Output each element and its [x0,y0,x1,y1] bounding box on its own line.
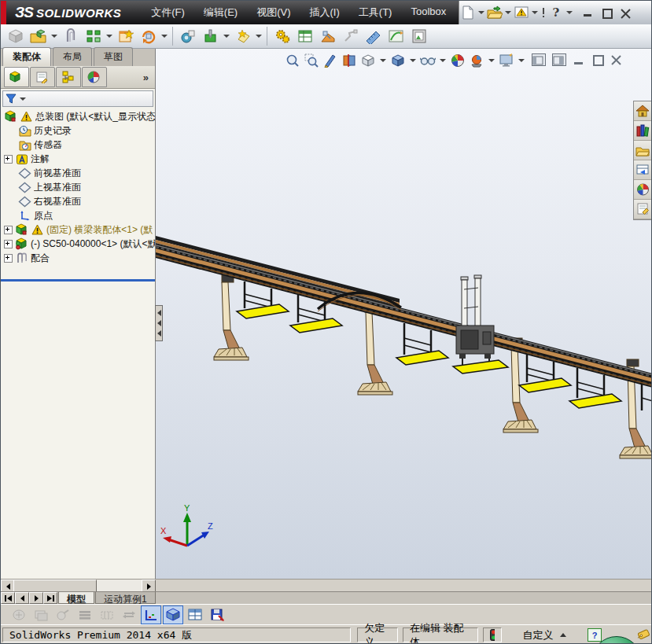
exploded-view-icon[interactable] [316,25,339,48]
apply-scene-dropdown[interactable] [488,59,495,62]
tree-item-front-plane[interactable]: 前视基准面 [1,166,155,180]
doc-restore-button[interactable] [591,54,604,65]
expand-icon[interactable] [4,155,13,164]
expand-icon[interactable] [4,226,13,234]
expand-icon[interactable] [4,240,13,248]
reference-geometry-dropdown[interactable] [256,35,262,38]
help-dropdown[interactable] [566,11,573,14]
propertymanager-tab[interactable] [30,67,55,87]
assembly-features-icon[interactable] [199,25,222,48]
results-plot-icon[interactable] [141,605,161,624]
tree-item-sensors[interactable]: 传感器 [1,138,155,152]
image-quality-dropdown[interactable] [532,11,538,14]
tab-assembly[interactable]: 装配体 [2,47,51,66]
first-tab-button[interactable] [1,592,15,604]
tree-item-right-plane[interactable]: 右视基准面 [1,194,155,208]
collapse-right-pane-button[interactable] [552,53,566,66]
overflow-icon[interactable] [540,4,547,21]
tree-item-root[interactable]: 总装图 (默认<默认_显示状态 [1,109,155,123]
open-component-icon[interactable] [27,25,50,48]
help-icon[interactable]: ? [547,4,565,21]
move-component-icon[interactable] [137,25,160,48]
tab-model[interactable]: 模型 [58,592,94,604]
menu-edit[interactable]: 编辑(E) [194,2,247,24]
3d-model-assembly[interactable]: X Y Z [156,49,652,579]
model-platforms[interactable] [237,282,652,410]
section-view-icon[interactable] [341,52,358,69]
pattern-dropdown[interactable] [106,35,112,38]
doc-close-button[interactable] [610,54,623,65]
menu-toolbox[interactable]: Toolbox [401,2,455,24]
explode-line-sketch-icon[interactable] [339,25,362,48]
view-orientation-dropdown[interactable] [380,59,386,62]
panel-collapse-handle[interactable] [155,305,163,341]
last-tab-button[interactable] [43,592,57,604]
keyframe-bars-icon[interactable] [75,605,95,624]
smart-fasteners-icon[interactable] [114,25,137,48]
apply-scene-icon[interactable] [468,52,485,69]
menu-tools[interactable]: 工具(T) [349,2,402,24]
status-custom-dropdown[interactable]: 自定义 [516,627,577,642]
tab-layout[interactable]: 布局 [53,47,92,66]
table-icon[interactable] [185,605,205,624]
tab-motion-study-1[interactable]: 运动算例1 [95,592,156,604]
zoom-to-fit-icon[interactable] [284,52,301,69]
mate-icon[interactable] [59,25,82,48]
curves-icon[interactable] [385,25,407,48]
insert-component-icon[interactable] [4,25,27,48]
design-library-icon[interactable] [634,121,651,141]
doc-minimize-button[interactable] [573,54,585,65]
solidworks-resources-icon[interactable] [634,101,651,121]
filter-dropdown[interactable] [20,98,26,101]
file-explorer-icon[interactable] [634,141,651,160]
display-cube-icon[interactable] [163,605,183,624]
view-palette-icon[interactable] [634,160,651,180]
view-orientation-icon[interactable] [359,52,377,69]
menu-file[interactable]: 文件(F) [142,2,194,24]
new-motion-study-icon[interactable] [271,25,293,48]
autokey-icon[interactable] [53,605,73,624]
edit-appearance-icon[interactable] [449,52,466,69]
tree-filter[interactable] [2,90,153,107]
new-document-icon[interactable] [459,4,477,21]
image-frame-icon[interactable] [407,25,430,48]
save-animation-icon[interactable] [207,605,227,624]
zoom-to-area-icon[interactable] [303,52,320,69]
reference-geometry-icon[interactable] [231,25,254,48]
close-button[interactable] [620,8,632,18]
tree-item-top-plane[interactable]: 上视基准面 [1,180,155,194]
tree-item-mates[interactable]: 配合 [1,251,155,265]
panel-overflow-chevron[interactable]: » [143,72,152,83]
animation-wizard-icon[interactable] [31,605,51,624]
hide-show-dropdown[interactable] [440,59,446,62]
timeline-grid-icon[interactable] [97,605,117,624]
hide-show-items-icon[interactable] [419,52,437,69]
menu-insert[interactable]: 插入(I) [300,2,349,24]
image-quality-warning-icon[interactable] [513,4,530,21]
move-component-dropdown[interactable] [161,35,168,38]
tree-item-origin[interactable]: 原点 [1,208,155,223]
featuremanager-tree-tab[interactable] [4,67,29,87]
tree-item-annotations[interactable]: 注解 [1,152,155,166]
view-settings-icon[interactable] [498,52,515,69]
menu-view[interactable]: 视图(V) [247,2,300,24]
tree-item-sc50[interactable]: (-) SC50-040000<1> (默认<默 [1,237,155,251]
tree-split-bar[interactable] [1,279,155,282]
open-document-dropdown[interactable] [505,11,511,14]
model-main-guideway[interactable] [156,244,652,388]
assembly-features-dropdown[interactable] [223,35,230,38]
previous-view-icon[interactable] [322,52,339,69]
swap-arrows-icon[interactable] [119,605,139,624]
tree-item-history[interactable]: 历史记录 [1,123,155,138]
prev-tab-button[interactable] [15,592,29,604]
instant3d-icon[interactable] [362,25,385,48]
open-component-dropdown[interactable] [51,35,57,38]
collapse-left-pane-button[interactable] [532,53,546,66]
display-style-dropdown[interactable] [410,59,416,62]
expand-icon[interactable] [4,254,13,263]
minimize-button[interactable] [582,8,594,18]
tree-item-beam-assembly[interactable]: (固定) 横梁装配体<1> (默 [1,223,155,237]
show-hidden-components-icon[interactable] [176,25,199,48]
linear-component-pattern-icon[interactable] [82,25,105,48]
calculate-icon[interactable] [9,605,29,624]
